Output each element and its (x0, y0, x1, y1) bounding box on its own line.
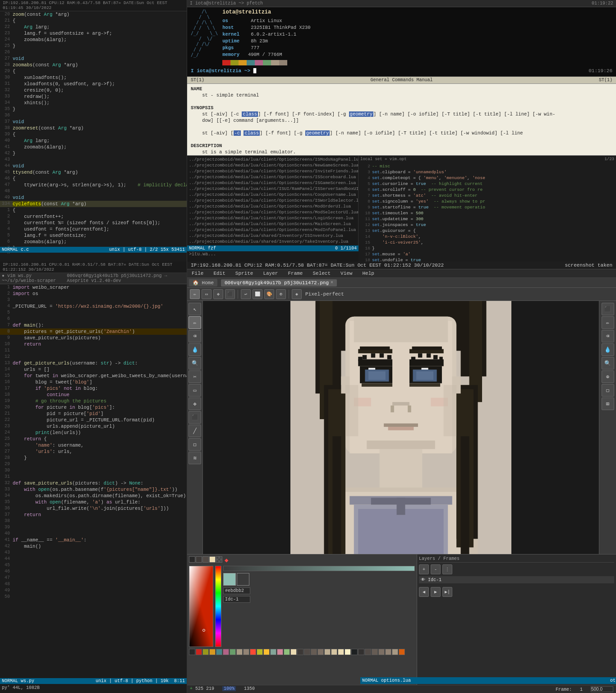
bucket-tool-btn[interactable]: ⬛ (225, 289, 235, 299)
palette-color-cell[interactable] (243, 649, 249, 655)
palette-color-cell[interactable] (250, 649, 256, 655)
palette-color-cell[interactable] (290, 649, 297, 655)
palette-color-cell[interactable] (202, 649, 209, 655)
menu-layer[interactable]: Layer (261, 270, 280, 277)
palette-color-swatch[interactable] (196, 556, 202, 563)
crop-tool[interactable]: ✂ (188, 370, 201, 383)
background-color[interactable] (237, 573, 249, 586)
delete-layer-btn[interactable]: - (431, 564, 441, 574)
palette-color-swatch[interactable] (189, 556, 195, 563)
tab-close-button[interactable]: × (331, 280, 333, 285)
move-tool[interactable]: ✥ (188, 397, 201, 410)
right-tool-1[interactable]: ⬛ (602, 303, 614, 315)
hex-color-input[interactable] (223, 587, 250, 594)
svg-rect-49 (363, 355, 367, 359)
frame-controls: ◀ ▶ ▶| (419, 587, 614, 597)
right-tool-3[interactable]: ⌫ (602, 330, 614, 342)
palette-color-cell[interactable] (284, 649, 290, 655)
palette-color-cell[interactable] (378, 649, 385, 655)
tool-btn-8[interactable]: ◈ (292, 289, 302, 299)
eraser-tool[interactable]: ⌫ (188, 330, 201, 342)
palette-color-cell[interactable] (345, 649, 351, 655)
select-rect-tool[interactable]: ▭ (188, 384, 201, 397)
shape-tool[interactable]: ◻ (188, 438, 201, 451)
right-tool-2[interactable]: ✏ (602, 316, 614, 329)
palette-color-cell[interactable] (351, 649, 358, 655)
palette-color-cell[interactable] (331, 649, 337, 655)
palette-color-cell[interactable] (209, 649, 216, 655)
code-line: 26 (0, 49, 187, 55)
palette-color-cell[interactable] (257, 649, 263, 655)
palette-color-cell[interactable] (230, 649, 236, 655)
tab-home[interactable]: 🏠 Home (189, 279, 217, 286)
menu-view[interactable]: View (339, 270, 354, 277)
palette-color-swatch[interactable] (209, 556, 216, 563)
menu-file[interactable]: File (190, 270, 205, 277)
palette-color-cell[interactable] (223, 649, 229, 655)
alpha-strip[interactable] (223, 566, 415, 571)
menu-sprite[interactable]: Sprite (234, 270, 255, 277)
undo-btn[interactable]: ↩ (241, 289, 251, 299)
right-tool-6[interactable]: ⊕ (602, 370, 614, 383)
palette-color-cell[interactable] (385, 649, 391, 655)
line-tool[interactable]: ╱ (188, 425, 201, 437)
py-line: 19 # go through the pictures (0, 398, 187, 404)
palette-color-cell[interactable] (270, 649, 276, 655)
palette-color-cell[interactable] (189, 649, 195, 655)
right-tool-8[interactable]: ⊞ (602, 397, 614, 410)
layer-item[interactable]: 👁 Idc-1 (419, 576, 614, 583)
frame-speed-input[interactable] (591, 686, 613, 692)
blur-tool[interactable]: ≋ (188, 452, 201, 464)
palette-color-cell[interactable] (236, 649, 243, 655)
right-tool-4[interactable]: 💧 (602, 343, 614, 356)
pencil-tool[interactable]: ✏ (188, 316, 201, 329)
palette-color-swatch-transparent[interactable] (216, 556, 222, 563)
palette-color-cell[interactable] (399, 649, 405, 655)
menu-select[interactable]: Select (311, 270, 332, 277)
palette-color-cell[interactable] (196, 649, 202, 655)
palette-color-cell[interactable] (358, 649, 364, 655)
canvas-area[interactable] (203, 301, 599, 554)
color-gradient-picker[interactable] (189, 566, 213, 647)
palette-color-cell[interactable] (216, 649, 222, 655)
hue-bar[interactable] (215, 566, 221, 647)
pencil-tool-btn[interactable]: ✏ (190, 289, 200, 299)
palette-color-cell[interactable] (304, 649, 310, 655)
palette-color-cell[interactable] (338, 649, 344, 655)
layer-name-input[interactable] (223, 596, 250, 603)
tool-btn-7[interactable]: ⊕ (276, 289, 286, 299)
tool-btn-6[interactable]: 🎨 (264, 289, 274, 299)
tool-btn-5[interactable]: ⬜ (253, 289, 262, 299)
palette-color-cell[interactable] (311, 649, 317, 655)
palette-color-cell[interactable] (365, 649, 371, 655)
layer-options-btn[interactable]: ⋮ (442, 564, 452, 574)
tab-active-file[interactable]: 006vqr6Rgy1gk49u17b p5j30u11472.png × (221, 279, 337, 286)
palette-color-cell[interactable] (263, 649, 270, 655)
color-picker-icon[interactable]: ◆ (225, 556, 228, 564)
zoom-tool[interactable]: 🔍 (188, 357, 201, 370)
color-values-section (223, 566, 415, 647)
frame-next-btn[interactable]: ▶| (442, 587, 452, 597)
select-tool-btn[interactable]: ▭ (202, 289, 211, 299)
palette-color-swatch[interactable] (202, 556, 209, 563)
frame-prev-btn[interactable]: ◀ (419, 587, 429, 597)
palette-color-cell[interactable] (317, 649, 324, 655)
menu-help[interactable]: Help (360, 270, 376, 277)
palette-color-cell[interactable] (372, 649, 378, 655)
menu-frame[interactable]: Frame (286, 270, 304, 277)
menu-edit[interactable]: Edit (211, 270, 227, 277)
frame-play-btn[interactable]: ▶ (431, 587, 441, 597)
palette-color-cell[interactable] (297, 649, 303, 655)
palette-color-cell[interactable] (277, 649, 283, 655)
palette-color-cell[interactable] (392, 649, 398, 655)
foreground-color[interactable] (223, 573, 236, 586)
move-tool-btn[interactable]: ✥ (213, 289, 223, 299)
eyedrop-tool[interactable]: 💧 (188, 343, 201, 356)
cursor-tool[interactable]: ↖ (188, 303, 201, 315)
right-tool-7[interactable]: ◻ (602, 384, 614, 397)
terminal-right-panel: I iota@strelitzia ~> pfetch 01:19:22 /\ … (187, 0, 616, 262)
right-tool-5[interactable]: 🔍 (602, 357, 614, 370)
fill-tool[interactable]: ⬛ (188, 411, 201, 424)
palette-color-cell[interactable] (324, 649, 331, 655)
add-layer-btn[interactable]: + (419, 564, 429, 574)
